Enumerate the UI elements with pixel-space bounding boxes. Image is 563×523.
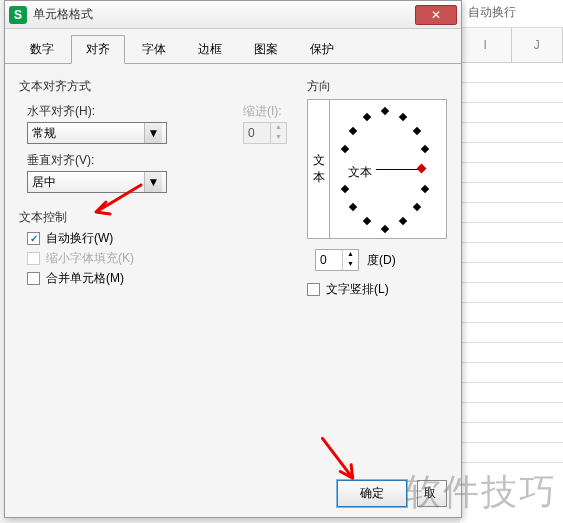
bg-wrap-button[interactable]: 自动换行 bbox=[460, 0, 524, 25]
shrink-label: 缩小字体填充(K) bbox=[46, 250, 134, 267]
merge-checkbox-row[interactable]: 合并单元格(M) bbox=[27, 270, 287, 287]
degree-label: 度(D) bbox=[367, 252, 396, 269]
app-icon: S bbox=[9, 6, 27, 24]
shrink-checkbox bbox=[27, 252, 40, 265]
orientation-group-label: 方向 bbox=[307, 78, 447, 95]
indent-label: 缩进(I): bbox=[243, 103, 287, 120]
v-align-value: 居中 bbox=[32, 174, 56, 191]
titlebar[interactable]: S 单元格格式 ✕ bbox=[5, 1, 461, 29]
vertical-text-button[interactable]: 文 本 bbox=[308, 100, 330, 238]
dial-handle[interactable] bbox=[417, 164, 427, 174]
h-align-select[interactable]: 常规 ▼ bbox=[27, 122, 167, 144]
tab-alignment[interactable]: 对齐 bbox=[71, 35, 125, 64]
close-button[interactable]: ✕ bbox=[415, 5, 457, 25]
v-align-select[interactable]: 居中 ▼ bbox=[27, 171, 167, 193]
v-align-label: 垂直对齐(V): bbox=[27, 152, 287, 169]
vertical-layout-label: 文字竖排(L) bbox=[326, 281, 389, 298]
wrap-text-checkbox-row[interactable]: 自动换行(W) bbox=[27, 230, 287, 247]
tab-strip: 数字 对齐 字体 边框 图案 保护 bbox=[5, 29, 461, 64]
indent-value bbox=[244, 126, 266, 140]
chevron-down-icon: ▼ bbox=[144, 172, 162, 192]
shrink-checkbox-row: 缩小字体填充(K) bbox=[27, 250, 287, 267]
indent-spinner: ▲▼ bbox=[243, 122, 287, 144]
wrap-text-label: 自动换行(W) bbox=[46, 230, 113, 247]
tab-border[interactable]: 边框 bbox=[183, 35, 237, 63]
vertical-layout-checkbox-row[interactable]: 文字竖排(L) bbox=[307, 281, 447, 298]
cancel-button[interactable]: 取 bbox=[417, 480, 447, 507]
wrap-text-checkbox[interactable] bbox=[27, 232, 40, 245]
tab-pattern[interactable]: 图案 bbox=[239, 35, 293, 63]
degree-input[interactable] bbox=[316, 253, 338, 267]
degree-spinner[interactable]: ▲▼ bbox=[315, 249, 359, 271]
tab-protection[interactable]: 保护 bbox=[295, 35, 349, 63]
chevron-down-icon: ▼ bbox=[144, 123, 162, 143]
h-align-value: 常规 bbox=[32, 125, 56, 142]
col-header-i[interactable]: I bbox=[460, 28, 512, 62]
text-align-group-label: 文本对齐方式 bbox=[19, 78, 287, 95]
spin-down-icon[interactable]: ▼ bbox=[342, 260, 358, 270]
vertical-layout-checkbox[interactable] bbox=[307, 283, 320, 296]
ok-button[interactable]: 确定 bbox=[337, 480, 407, 507]
spreadsheet-bg: I J bbox=[460, 28, 563, 523]
dial-text: 文本 bbox=[348, 164, 372, 181]
dial-line bbox=[376, 169, 418, 170]
orientation-dial[interactable]: 文本 bbox=[330, 100, 446, 238]
spin-up-icon: ▲ bbox=[270, 123, 286, 133]
text-control-group-label: 文本控制 bbox=[19, 209, 287, 226]
cell-format-dialog: S 单元格格式 ✕ 数字 对齐 字体 边框 图案 保护 文本对齐方式 水平对齐(… bbox=[4, 0, 462, 518]
tab-number[interactable]: 数字 bbox=[15, 35, 69, 63]
merge-label: 合并单元格(M) bbox=[46, 270, 124, 287]
tab-font[interactable]: 字体 bbox=[127, 35, 181, 63]
dialog-title: 单元格格式 bbox=[33, 6, 415, 23]
spin-down-icon: ▼ bbox=[270, 133, 286, 143]
h-align-label: 水平对齐(H): bbox=[27, 103, 235, 120]
orientation-box: 文 本 文本 bbox=[307, 99, 447, 239]
spin-up-icon[interactable]: ▲ bbox=[342, 250, 358, 260]
merge-checkbox[interactable] bbox=[27, 272, 40, 285]
col-header-j[interactable]: J bbox=[512, 28, 564, 62]
